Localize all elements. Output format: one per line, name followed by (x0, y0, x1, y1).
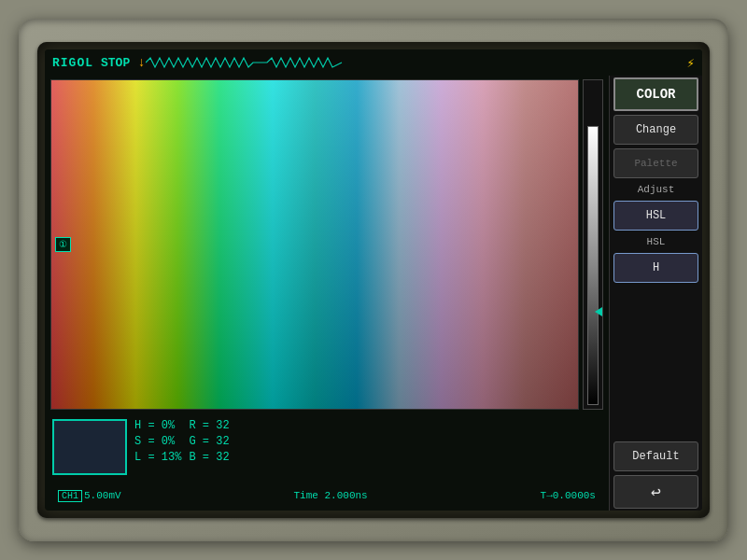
slider-track (587, 126, 599, 405)
waveform-svg (146, 54, 680, 71)
r-value: R = 32 (189, 419, 229, 432)
rgb-values: R = 32 G = 32 B = 32 (189, 419, 229, 464)
time-value: Time 2.000ns (293, 490, 367, 501)
ch-box: CH1 (58, 490, 82, 502)
main-area: ① H = 0% S = 0% (45, 76, 702, 511)
brightness-overlay (51, 80, 578, 409)
channel-indicator: ① (55, 237, 71, 252)
bottom-bar: CH1 5.00mV Time 2.000ns T→0.0000s (50, 484, 603, 507)
g-value: G = 32 (189, 435, 229, 448)
color-title-button[interactable]: COLOR (613, 77, 698, 111)
l-value: L = 13% (134, 451, 181, 464)
adjust-label: Adjust (613, 182, 698, 197)
vertical-slider[interactable] (583, 79, 603, 410)
waveform-display: ↓ (137, 54, 679, 71)
adjust-hsl-button[interactable]: HSL (613, 201, 698, 231)
status-label: STOP (101, 56, 130, 70)
slider-handle (595, 307, 602, 316)
trigger-marker: ↓ (137, 55, 145, 70)
screen-bezel: RIGOL STOP ↓ ⚡ (37, 42, 710, 518)
hsl-param-button[interactable]: H (613, 253, 698, 283)
brand-label: RIGOL (52, 56, 93, 70)
left-panel: ① H = 0% S = 0% (45, 76, 609, 511)
palette-label: Palette (634, 158, 677, 169)
oscilloscope-body: RIGOL STOP ↓ ⚡ (19, 19, 728, 541)
color-preview-box (52, 419, 127, 475)
color-display-container: ① (50, 79, 603, 410)
voltage-value: 5.00mV (84, 490, 121, 501)
info-panel: H = 0% S = 0% L = 13% R = 32 G = 32 B = … (50, 415, 603, 479)
s-value: S = 0% (134, 435, 181, 448)
channel-voltage: CH1 5.00mV (58, 490, 121, 502)
flash-icon: ⚡ (687, 55, 695, 71)
default-button[interactable]: Default (613, 441, 698, 471)
hsl-values: H = 0% S = 0% L = 13% (134, 419, 181, 464)
color-gradient-box: ① (50, 79, 579, 410)
hsl-label: HSL (613, 234, 698, 249)
screen: RIGOL STOP ↓ ⚡ (45, 49, 702, 511)
b-value: B = 32 (189, 451, 229, 464)
status-bar: RIGOL STOP ↓ ⚡ (45, 49, 702, 76)
trigger-time: T→0.0000s (541, 490, 596, 501)
palette-button[interactable]: Palette (613, 148, 698, 178)
back-button[interactable]: ↩ (613, 475, 698, 509)
change-button[interactable]: Change (613, 115, 698, 145)
right-panel: COLOR Change Palette Adjust HSL HSL H De… (609, 76, 702, 511)
h-value: H = 0% (134, 419, 181, 432)
